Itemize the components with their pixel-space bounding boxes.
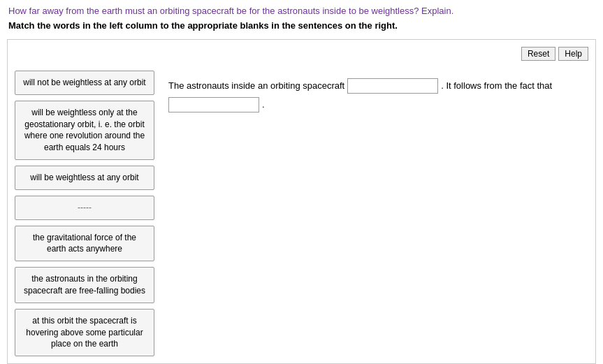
sentence-before-blank1: The astronauts inside an orbiting spacec… [168, 78, 344, 94]
right-column: The astronauts inside an orbiting spacec… [168, 71, 588, 113]
help-button[interactable]: Help [558, 47, 588, 61]
sentence-between-blanks: . It follows from the fact that [441, 78, 552, 94]
drag-item[interactable]: the astronauts in the orbiting spacecraf… [15, 267, 154, 303]
drag-item[interactable]: ----- [15, 196, 154, 220]
drag-item[interactable]: will be weightless at any orbit [15, 166, 154, 190]
instruction-text: Match the words in the left column to th… [8, 20, 595, 31]
drag-item[interactable]: will not be weightless at any orbit [15, 71, 154, 95]
question-text: How far away from the earth must an orbi… [8, 6, 595, 16]
toolbar: Reset Help [15, 47, 588, 61]
drag-item[interactable]: the gravitational force of the earth act… [15, 226, 154, 262]
top-section: How far away from the earth must an orbi… [0, 0, 603, 35]
drag-item[interactable]: will be weightless only at the geostatio… [15, 101, 154, 160]
drop-box-2[interactable] [168, 97, 259, 112]
drop-box-1[interactable] [347, 78, 438, 94]
sentence-after-blank2: . [262, 96, 265, 112]
main-container: Reset Help will not be weightless at any… [7, 39, 596, 364]
sentence-row: The astronauts inside an orbiting spacec… [168, 78, 588, 113]
reset-button[interactable]: Reset [521, 47, 555, 61]
drag-item[interactable]: at this orbit the spacecraft is hovering… [15, 309, 154, 356]
left-column: will not be weightless at any orbitwill … [15, 71, 154, 356]
content-area: will not be weightless at any orbitwill … [15, 71, 588, 356]
